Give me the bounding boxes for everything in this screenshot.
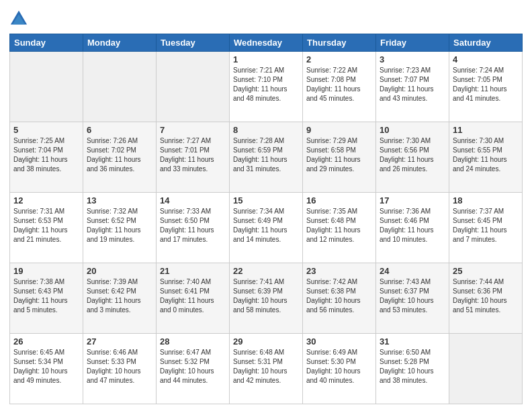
day-number: 30	[306, 336, 372, 347]
day-number: 18	[453, 195, 519, 205]
day-info: Sunrise: 7:25 AM Sunset: 7:04 PM Dayligh…	[13, 136, 79, 174]
day-info: Sunrise: 7:23 AM Sunset: 7:07 PM Dayligh…	[380, 66, 445, 103]
calendar-cell: 12Sunrise: 7:31 AM Sunset: 6:53 PM Dayli…	[10, 193, 83, 263]
calendar-header-wednesday: Wednesday	[230, 34, 303, 52]
calendar-cell: 5Sunrise: 7:25 AM Sunset: 7:04 PM Daylig…	[10, 122, 83, 193]
calendar-cell: 6Sunrise: 7:26 AM Sunset: 7:02 PM Daylig…	[83, 122, 157, 193]
day-info: Sunrise: 7:27 AM Sunset: 7:01 PM Dayligh…	[160, 136, 226, 174]
day-number: 20	[87, 266, 152, 276]
day-info: Sunrise: 6:45 AM Sunset: 5:34 PM Dayligh…	[13, 348, 79, 385]
day-number: 29	[233, 336, 299, 347]
calendar-header-tuesday: Tuesday	[157, 34, 230, 52]
calendar-week-row: 26Sunrise: 6:45 AM Sunset: 5:34 PM Dayli…	[10, 334, 523, 404]
day-info: Sunrise: 7:32 AM Sunset: 6:52 PM Dayligh…	[87, 207, 152, 244]
calendar-cell: 2Sunrise: 7:22 AM Sunset: 7:08 PM Daylig…	[303, 52, 376, 122]
logo	[9, 9, 30, 28]
calendar-week-row: 1Sunrise: 7:21 AM Sunset: 7:10 PM Daylig…	[10, 52, 523, 122]
day-number: 26	[13, 336, 79, 347]
calendar-header-monday: Monday	[83, 34, 157, 52]
day-info: Sunrise: 6:50 AM Sunset: 5:28 PM Dayligh…	[380, 348, 445, 385]
page-header	[9, 7, 523, 28]
day-number: 23	[306, 266, 372, 276]
calendar-cell: 7Sunrise: 7:27 AM Sunset: 7:01 PM Daylig…	[157, 122, 230, 193]
calendar-cell: 25Sunrise: 7:44 AM Sunset: 6:36 PM Dayli…	[449, 263, 523, 334]
day-info: Sunrise: 7:40 AM Sunset: 6:41 PM Dayligh…	[160, 277, 226, 315]
calendar-cell	[449, 334, 523, 404]
calendar-cell: 8Sunrise: 7:28 AM Sunset: 6:59 PM Daylig…	[230, 122, 303, 193]
calendar-header-saturday: Saturday	[449, 34, 523, 52]
calendar-cell: 27Sunrise: 6:46 AM Sunset: 5:33 PM Dayli…	[83, 334, 157, 404]
day-number: 3	[380, 54, 445, 64]
day-info: Sunrise: 6:48 AM Sunset: 5:31 PM Dayligh…	[233, 348, 299, 385]
day-number: 13	[87, 195, 152, 205]
calendar-cell: 9Sunrise: 7:29 AM Sunset: 6:58 PM Daylig…	[303, 122, 376, 193]
day-info: Sunrise: 7:39 AM Sunset: 6:42 PM Dayligh…	[87, 277, 152, 315]
day-info: Sunrise: 7:43 AM Sunset: 6:37 PM Dayligh…	[380, 277, 445, 315]
day-info: Sunrise: 7:21 AM Sunset: 7:10 PM Dayligh…	[233, 66, 299, 103]
day-info: Sunrise: 6:49 AM Sunset: 5:30 PM Dayligh…	[306, 348, 372, 385]
logo-icon	[9, 9, 28, 28]
calendar-cell: 4Sunrise: 7:24 AM Sunset: 7:05 PM Daylig…	[449, 52, 523, 122]
day-info: Sunrise: 7:30 AM Sunset: 6:56 PM Dayligh…	[380, 136, 445, 174]
day-info: Sunrise: 7:29 AM Sunset: 6:58 PM Dayligh…	[306, 136, 372, 174]
day-number: 2	[306, 54, 372, 64]
day-info: Sunrise: 6:46 AM Sunset: 5:33 PM Dayligh…	[87, 348, 152, 385]
day-number: 25	[453, 266, 519, 276]
calendar-header-friday: Friday	[376, 34, 449, 52]
day-number: 6	[87, 125, 152, 135]
day-number: 11	[453, 125, 519, 135]
calendar-cell	[83, 52, 157, 122]
calendar-cell: 20Sunrise: 7:39 AM Sunset: 6:42 PM Dayli…	[83, 263, 157, 334]
day-info: Sunrise: 7:30 AM Sunset: 6:55 PM Dayligh…	[453, 136, 519, 174]
day-info: Sunrise: 7:35 AM Sunset: 6:48 PM Dayligh…	[306, 207, 372, 244]
day-info: Sunrise: 7:22 AM Sunset: 7:08 PM Dayligh…	[306, 66, 372, 103]
calendar-cell: 14Sunrise: 7:33 AM Sunset: 6:50 PM Dayli…	[157, 193, 230, 263]
day-info: Sunrise: 7:36 AM Sunset: 6:46 PM Dayligh…	[380, 207, 445, 244]
day-info: Sunrise: 6:47 AM Sunset: 5:32 PM Dayligh…	[160, 348, 226, 385]
calendar-cell: 23Sunrise: 7:42 AM Sunset: 6:38 PM Dayli…	[303, 263, 376, 334]
day-info: Sunrise: 7:41 AM Sunset: 6:39 PM Dayligh…	[233, 277, 299, 315]
day-number: 31	[380, 336, 445, 347]
day-info: Sunrise: 7:38 AM Sunset: 6:43 PM Dayligh…	[13, 277, 79, 315]
calendar-cell: 11Sunrise: 7:30 AM Sunset: 6:55 PM Dayli…	[449, 122, 523, 193]
day-info: Sunrise: 7:34 AM Sunset: 6:49 PM Dayligh…	[233, 207, 299, 244]
day-info: Sunrise: 7:28 AM Sunset: 6:59 PM Dayligh…	[233, 136, 299, 174]
day-info: Sunrise: 7:33 AM Sunset: 6:50 PM Dayligh…	[160, 207, 226, 244]
calendar-header-thursday: Thursday	[303, 34, 376, 52]
day-info: Sunrise: 7:37 AM Sunset: 6:45 PM Dayligh…	[453, 207, 519, 244]
day-number: 27	[87, 336, 152, 347]
calendar-cell: 18Sunrise: 7:37 AM Sunset: 6:45 PM Dayli…	[449, 193, 523, 263]
day-number: 16	[306, 195, 372, 205]
day-number: 12	[13, 195, 79, 205]
day-info: Sunrise: 7:42 AM Sunset: 6:38 PM Dayligh…	[306, 277, 372, 315]
calendar-header-sunday: Sunday	[10, 34, 83, 52]
calendar-cell: 29Sunrise: 6:48 AM Sunset: 5:31 PM Dayli…	[230, 334, 303, 404]
day-number: 22	[233, 266, 299, 276]
calendar-cell: 26Sunrise: 6:45 AM Sunset: 5:34 PM Dayli…	[10, 334, 83, 404]
day-number: 9	[306, 125, 372, 135]
day-number: 10	[380, 125, 445, 135]
calendar-cell: 1Sunrise: 7:21 AM Sunset: 7:10 PM Daylig…	[230, 52, 303, 122]
day-number: 7	[160, 125, 226, 135]
calendar-cell: 10Sunrise: 7:30 AM Sunset: 6:56 PM Dayli…	[376, 122, 449, 193]
day-number: 24	[380, 266, 445, 276]
calendar-header-row: SundayMondayTuesdayWednesdayThursdayFrid…	[10, 34, 523, 52]
day-number: 17	[380, 195, 445, 205]
calendar-week-row: 12Sunrise: 7:31 AM Sunset: 6:53 PM Dayli…	[10, 193, 523, 263]
calendar-cell: 30Sunrise: 6:49 AM Sunset: 5:30 PM Dayli…	[303, 334, 376, 404]
day-number: 21	[160, 266, 226, 276]
calendar-cell	[157, 52, 230, 122]
day-number: 1	[233, 54, 299, 64]
day-info: Sunrise: 7:44 AM Sunset: 6:36 PM Dayligh…	[453, 277, 519, 315]
calendar-cell: 15Sunrise: 7:34 AM Sunset: 6:49 PM Dayli…	[230, 193, 303, 263]
day-number: 14	[160, 195, 226, 205]
calendar-cell: 28Sunrise: 6:47 AM Sunset: 5:32 PM Dayli…	[157, 334, 230, 404]
calendar-cell: 19Sunrise: 7:38 AM Sunset: 6:43 PM Dayli…	[10, 263, 83, 334]
day-info: Sunrise: 7:31 AM Sunset: 6:53 PM Dayligh…	[13, 207, 79, 244]
calendar-table: SundayMondayTuesdayWednesdayThursdayFrid…	[9, 34, 523, 404]
page-container: SundayMondayTuesdayWednesdayThursdayFrid…	[0, 0, 532, 411]
calendar-cell: 31Sunrise: 6:50 AM Sunset: 5:28 PM Dayli…	[376, 334, 449, 404]
calendar-week-row: 19Sunrise: 7:38 AM Sunset: 6:43 PM Dayli…	[10, 263, 523, 334]
day-info: Sunrise: 7:24 AM Sunset: 7:05 PM Dayligh…	[453, 66, 519, 103]
day-info: Sunrise: 7:26 AM Sunset: 7:02 PM Dayligh…	[87, 136, 152, 174]
